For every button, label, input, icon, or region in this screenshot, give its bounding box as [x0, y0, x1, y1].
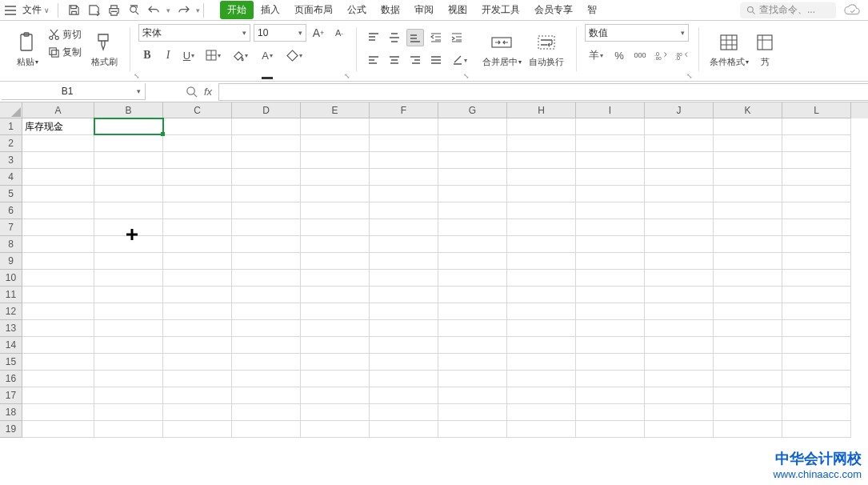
cell[interactable]: [232, 270, 301, 287]
cell[interactable]: [438, 253, 507, 270]
cell[interactable]: [370, 152, 438, 169]
cell[interactable]: [301, 236, 370, 253]
col-header[interactable]: I: [576, 102, 645, 118]
cell[interactable]: [301, 152, 370, 169]
cell[interactable]: [576, 236, 645, 253]
merge-center-button[interactable]: 合并居中▾: [478, 24, 525, 74]
cell[interactable]: [782, 287, 851, 303]
cell[interactable]: [94, 387, 163, 404]
cell[interactable]: [163, 135, 232, 152]
cell[interactable]: [507, 320, 576, 337]
cell[interactable]: [301, 287, 370, 303]
cell[interactable]: [714, 219, 782, 236]
cell[interactable]: [645, 219, 714, 236]
cell[interactable]: [438, 404, 507, 421]
row-header[interactable]: 6: [0, 202, 22, 219]
cell[interactable]: [301, 337, 370, 354]
formula-input[interactable]: [218, 83, 868, 101]
cell[interactable]: [370, 236, 438, 253]
cell[interactable]: [438, 118, 507, 135]
cell[interactable]: [507, 287, 576, 303]
cell[interactable]: [301, 253, 370, 270]
cell[interactable]: [507, 202, 576, 219]
cell[interactable]: [645, 135, 714, 152]
cell[interactable]: [576, 287, 645, 303]
cell[interactable]: [782, 371, 851, 387]
cell[interactable]: [232, 169, 301, 186]
cell[interactable]: [94, 270, 163, 287]
tab-insert[interactable]: 插入: [254, 1, 287, 19]
alignment-dialog-launcher[interactable]: ⤡: [462, 72, 470, 80]
font-name-combo[interactable]: 宋体 ▾: [138, 24, 250, 42]
decrease-font-button[interactable]: A-: [330, 24, 348, 42]
fill-color-button[interactable]: ▾: [228, 46, 252, 64]
select-all-corner[interactable]: [0, 102, 22, 118]
cell[interactable]: [438, 202, 507, 219]
col-header[interactable]: H: [507, 102, 576, 118]
name-box[interactable]: ▾: [2, 83, 146, 100]
increase-font-button[interactable]: A+: [310, 24, 327, 42]
col-header[interactable]: C: [163, 102, 232, 118]
undo-dropdown[interactable]: ▾: [166, 6, 170, 14]
cell[interactable]: [438, 371, 507, 387]
cell[interactable]: [163, 118, 232, 135]
cell[interactable]: [163, 152, 232, 169]
cell[interactable]: [163, 270, 232, 287]
cell[interactable]: [782, 219, 851, 236]
row-header[interactable]: 7: [0, 219, 22, 236]
col-header[interactable]: D: [232, 102, 301, 118]
cell[interactable]: [22, 135, 94, 152]
tab-start[interactable]: 开始: [220, 1, 254, 19]
decrease-decimal-button[interactable]: .00.0: [673, 46, 690, 64]
cell[interactable]: [370, 404, 438, 421]
file-menu[interactable]: 文件 ∨: [18, 2, 54, 18]
increase-indent-button[interactable]: [448, 29, 466, 46]
align-middle-button[interactable]: [386, 29, 403, 46]
cell[interactable]: [22, 421, 94, 438]
cell[interactable]: [94, 236, 163, 253]
cell[interactable]: [163, 219, 232, 236]
justify-button[interactable]: [427, 51, 445, 69]
cell[interactable]: [22, 253, 94, 270]
cell[interactable]: [232, 337, 301, 354]
redo-dropdown[interactable]: ▾: [196, 6, 200, 14]
cell[interactable]: [301, 387, 370, 404]
tab-member[interactable]: 会员专享: [527, 1, 580, 19]
print-icon[interactable]: [106, 3, 121, 18]
cell[interactable]: [22, 202, 94, 219]
cell[interactable]: [645, 253, 714, 270]
cell[interactable]: [782, 118, 851, 135]
cell[interactable]: [714, 236, 782, 253]
cell[interactable]: [163, 186, 232, 202]
row-header[interactable]: 15: [0, 354, 22, 371]
cell[interactable]: [94, 186, 163, 202]
cell[interactable]: [438, 421, 507, 438]
fx-icon[interactable]: fx: [204, 86, 212, 98]
cell[interactable]: [370, 169, 438, 186]
currency-button[interactable]: 羊▾: [585, 46, 607, 64]
cell[interactable]: [301, 421, 370, 438]
align-right-button[interactable]: [406, 51, 424, 69]
paste-button[interactable]: 粘贴▾: [11, 24, 43, 74]
cell[interactable]: [163, 387, 232, 404]
cell[interactable]: [370, 387, 438, 404]
cell-style-button[interactable]: ▾: [282, 46, 306, 64]
cell[interactable]: [301, 270, 370, 287]
col-header[interactable]: L: [782, 102, 851, 118]
cell[interactable]: [301, 202, 370, 219]
cell[interactable]: [782, 303, 851, 320]
cell[interactable]: [232, 421, 301, 438]
cell[interactable]: [782, 387, 851, 404]
increase-decimal-button[interactable]: .0.00: [652, 46, 670, 64]
borders-button[interactable]: ▾: [201, 46, 225, 64]
cell[interactable]: [232, 354, 301, 371]
cancel-icon[interactable]: [186, 86, 198, 98]
cell[interactable]: [232, 303, 301, 320]
number-format-combo[interactable]: 数值 ▾: [585, 24, 689, 42]
cell[interactable]: [163, 337, 232, 354]
cell[interactable]: [22, 152, 94, 169]
cell[interactable]: [22, 169, 94, 186]
cell[interactable]: [714, 270, 782, 287]
cell[interactable]: [576, 270, 645, 287]
copy-button[interactable]: 复制: [46, 45, 83, 60]
